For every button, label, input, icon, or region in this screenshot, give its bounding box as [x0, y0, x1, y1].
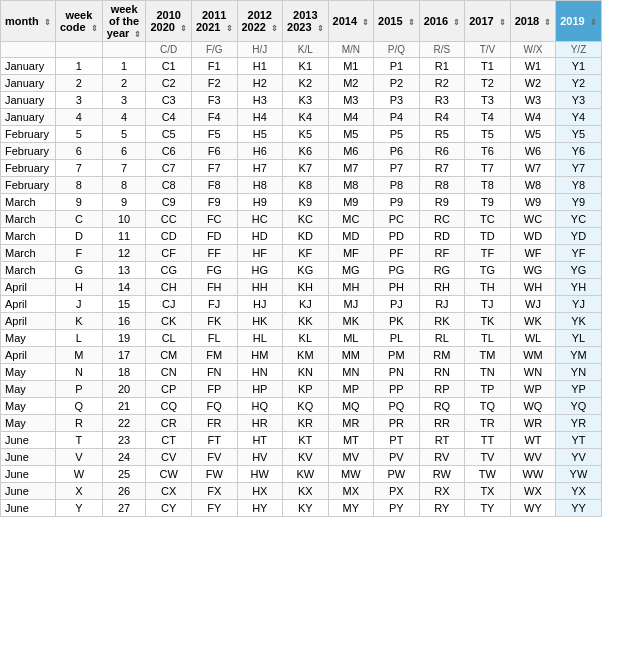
- cell-10-10: TD: [465, 228, 511, 245]
- cell-8-10: T9: [465, 194, 511, 211]
- cell-25-11: WX: [510, 483, 556, 500]
- cell-8-7: M9: [328, 194, 374, 211]
- cell-10-6: KD: [283, 228, 329, 245]
- cell-5-2: 6: [102, 143, 146, 160]
- cell-19-6: KP: [283, 381, 329, 398]
- cell-18-1: N: [56, 364, 103, 381]
- sort-icon[interactable]: ⇕: [453, 18, 460, 27]
- cell-5-6: K6: [283, 143, 329, 160]
- cell-26-9: RY: [419, 500, 465, 517]
- cell-3-1: 4: [56, 109, 103, 126]
- cell-4-6: K5: [283, 126, 329, 143]
- cell-4-12: Y5: [556, 126, 602, 143]
- cell-8-6: K9: [283, 194, 329, 211]
- table-row: MayL19CLFLHLKLMLPLRLTLWLYL: [1, 330, 602, 347]
- cell-6-8: P7: [374, 160, 420, 177]
- cell-25-9: RX: [419, 483, 465, 500]
- cell-9-8: PC: [374, 211, 420, 228]
- col-sub-week_of_year: [102, 42, 146, 58]
- table-row: MarchD11CDFDHDKDMDPDRDTDWDYD: [1, 228, 602, 245]
- cell-23-11: WV: [510, 449, 556, 466]
- cell-23-7: MV: [328, 449, 374, 466]
- cell-22-9: RT: [419, 432, 465, 449]
- sort-icon[interactable]: ⇕: [590, 18, 597, 27]
- cell-19-4: FP: [191, 381, 237, 398]
- col-header-y2019[interactable]: 2019 ⇕: [556, 1, 602, 42]
- cell-6-3: C7: [146, 160, 192, 177]
- cell-4-7: M5: [328, 126, 374, 143]
- cell-26-6: KY: [283, 500, 329, 517]
- cell-24-12: YW: [556, 466, 602, 483]
- col-header-y2013[interactable]: 20132023 ⇕: [283, 1, 329, 42]
- cell-12-8: PG: [374, 262, 420, 279]
- col-header-y2017[interactable]: 2017 ⇕: [465, 1, 511, 42]
- cell-7-7: M8: [328, 177, 374, 194]
- col-header-y2014[interactable]: 2014 ⇕: [328, 1, 374, 42]
- cell-21-4: FR: [191, 415, 237, 432]
- cell-25-8: PX: [374, 483, 420, 500]
- col-sub-y2011: F/G: [191, 42, 237, 58]
- col-header-y2016[interactable]: 2016 ⇕: [419, 1, 465, 42]
- cell-5-9: R6: [419, 143, 465, 160]
- sort-icon[interactable]: ⇕: [134, 30, 141, 39]
- cell-12-9: RG: [419, 262, 465, 279]
- cell-12-0: March: [1, 262, 56, 279]
- cell-6-9: R7: [419, 160, 465, 177]
- cell-1-4: F2: [191, 75, 237, 92]
- cell-0-3: C1: [146, 58, 192, 75]
- cell-15-9: RK: [419, 313, 465, 330]
- sort-icon[interactable]: ⇕: [317, 24, 324, 33]
- sort-icon[interactable]: ⇕: [544, 18, 551, 27]
- cell-16-2: 19: [102, 330, 146, 347]
- cell-12-12: YG: [556, 262, 602, 279]
- cell-15-0: April: [1, 313, 56, 330]
- cell-0-1: 1: [56, 58, 103, 75]
- sort-icon[interactable]: ⇕: [499, 18, 506, 27]
- sort-icon[interactable]: ⇕: [408, 18, 415, 27]
- col-header-y2011[interactable]: 20112021 ⇕: [191, 1, 237, 42]
- cell-22-1: T: [56, 432, 103, 449]
- cell-25-6: KX: [283, 483, 329, 500]
- cell-18-7: MN: [328, 364, 374, 381]
- col-header-week_of_year[interactable]: weekof theyear ⇕: [102, 1, 146, 42]
- cell-15-1: K: [56, 313, 103, 330]
- cell-25-10: TX: [465, 483, 511, 500]
- cell-17-8: PM: [374, 347, 420, 364]
- sort-icon[interactable]: ⇕: [91, 24, 98, 33]
- cell-17-6: KM: [283, 347, 329, 364]
- sort-icon[interactable]: ⇕: [271, 24, 278, 33]
- cell-11-9: RF: [419, 245, 465, 262]
- cell-0-2: 1: [102, 58, 146, 75]
- table-row: MarchF12CFFFHFKFMFPFRFTFWFYF: [1, 245, 602, 262]
- col-header-y2010[interactable]: 20102020 ⇕: [146, 1, 192, 42]
- cell-25-1: X: [56, 483, 103, 500]
- cell-14-5: HJ: [237, 296, 283, 313]
- cell-21-5: HR: [237, 415, 283, 432]
- cell-19-2: 20: [102, 381, 146, 398]
- col-header-week_code[interactable]: weekcode ⇕: [56, 1, 103, 42]
- sort-icon[interactable]: ⇕: [44, 18, 51, 27]
- cell-23-5: HV: [237, 449, 283, 466]
- table-row: AprilM17CMFMHMKMMMPMRMTMWMYM: [1, 347, 602, 364]
- col-header-y2012[interactable]: 20122022 ⇕: [237, 1, 283, 42]
- col-header-month[interactable]: month ⇕: [1, 1, 56, 42]
- cell-5-8: P6: [374, 143, 420, 160]
- cell-0-12: Y1: [556, 58, 602, 75]
- cell-7-10: T8: [465, 177, 511, 194]
- col-header-y2018[interactable]: 2018 ⇕: [510, 1, 556, 42]
- cell-8-11: W9: [510, 194, 556, 211]
- sort-icon[interactable]: ⇕: [180, 24, 187, 33]
- cell-18-8: PN: [374, 364, 420, 381]
- col-header-y2015[interactable]: 2015 ⇕: [374, 1, 420, 42]
- sort-icon[interactable]: ⇕: [226, 24, 233, 33]
- cell-22-5: HT: [237, 432, 283, 449]
- cell-8-8: P9: [374, 194, 420, 211]
- cell-1-5: H2: [237, 75, 283, 92]
- cell-21-12: YR: [556, 415, 602, 432]
- cell-11-5: HF: [237, 245, 283, 262]
- cell-15-10: TK: [465, 313, 511, 330]
- cell-10-0: March: [1, 228, 56, 245]
- sort-icon[interactable]: ⇕: [362, 18, 369, 27]
- cell-22-10: TT: [465, 432, 511, 449]
- cell-26-5: HY: [237, 500, 283, 517]
